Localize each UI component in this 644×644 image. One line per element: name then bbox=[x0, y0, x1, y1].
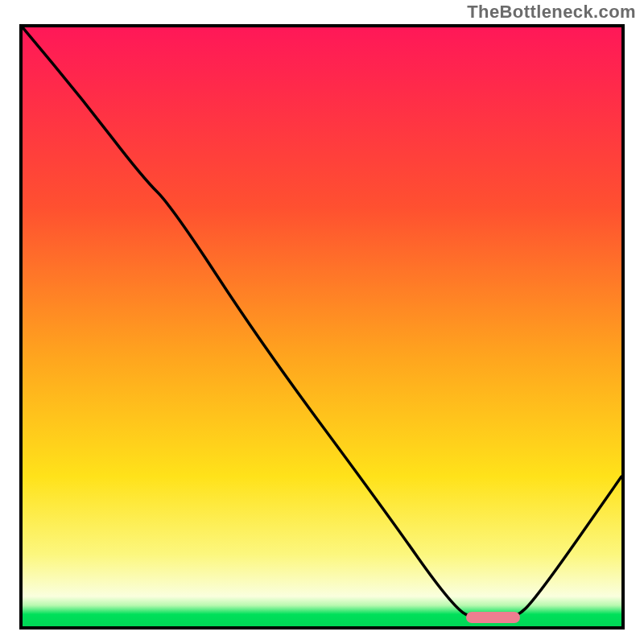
bottleneck-curve bbox=[23, 27, 621, 621]
curve-layer bbox=[23, 27, 621, 626]
attribution-label: TheBottleneck.com bbox=[467, 2, 636, 23]
optimal-marker bbox=[466, 612, 520, 623]
plot-area bbox=[19, 24, 625, 630]
chart-container: TheBottleneck.com bbox=[0, 0, 644, 644]
